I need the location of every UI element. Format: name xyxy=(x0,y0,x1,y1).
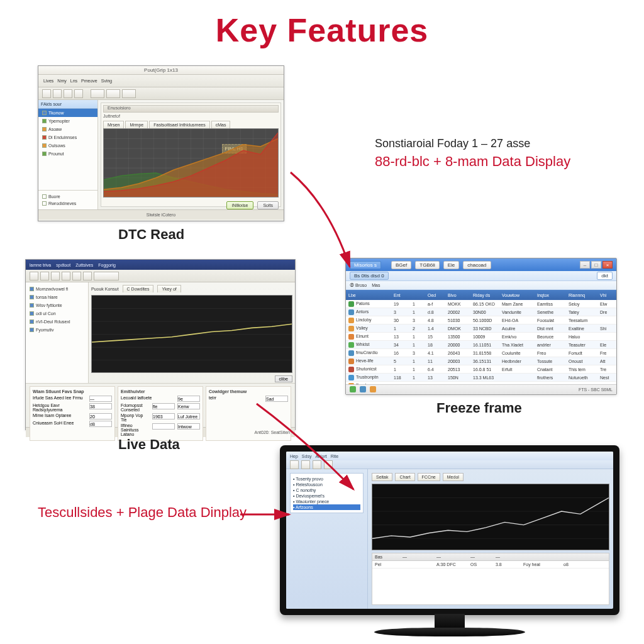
toolbar-icon[interactable] xyxy=(313,460,321,469)
menu-item[interactable]: Aniort xyxy=(315,454,326,458)
param-input[interactable] xyxy=(177,423,200,430)
param-input[interactable] xyxy=(152,423,175,430)
table-row[interactable]: Patons191a-fMOKK86.15 OKOMam ZaneEamtiss… xyxy=(346,300,616,308)
table-row[interactable]: Vsliey121.4DMOK33 NCBDAculireDist mntExa… xyxy=(346,325,616,333)
toolbar-icon[interactable] xyxy=(72,272,81,280)
freeze-title-tab[interactable]: BGef xyxy=(391,261,411,269)
tree-item[interactable]: Momzwdvowel fi xyxy=(26,285,88,293)
dtc-tab[interactable]: Mrmpe xyxy=(125,121,148,128)
dtc-tab[interactable]: Mrsen xyxy=(103,121,124,128)
toolbar-icon[interactable] xyxy=(324,460,333,469)
minimize-icon[interactable]: – xyxy=(580,261,590,269)
tree-item[interactable]: odi ul Con xyxy=(26,309,88,318)
toolbar-icon[interactable] xyxy=(94,272,119,280)
param-input[interactable] xyxy=(265,396,288,402)
tree-item[interactable]: Fyomutiv xyxy=(26,326,88,334)
toolbar-icon[interactable] xyxy=(83,272,92,280)
table-row[interactable]: fmuCrardio1634.12604331.81558CouluniteFr… xyxy=(346,349,616,357)
table-row[interactable]: Einunt131151350010009Emk/voBeoruceHaluoI… xyxy=(346,333,616,341)
toolbar-icon[interactable] xyxy=(74,89,83,98)
toolbar-icon[interactable] xyxy=(290,460,299,469)
close-icon[interactable]: × xyxy=(602,261,613,269)
live-chip[interactable]: Ykey of xyxy=(157,285,180,292)
menu-item[interactable]: lamne triva xyxy=(30,263,51,267)
menu-item[interactable]: Rite xyxy=(331,454,338,458)
freeze-sub-pill[interactable]: Bs 0tis disd 0 xyxy=(350,272,389,280)
menu-item[interactable]: Lns xyxy=(70,79,77,83)
sidebar-bottom-item[interactable]: Buore xyxy=(42,193,94,200)
table-row[interactable]: Shutonicst116.42051316.0.8 51ErfultCnata… xyxy=(346,365,616,374)
menu-item[interactable]: Sdsy xyxy=(302,454,312,458)
toolbar-icon[interactable] xyxy=(40,272,49,280)
menu-item[interactable]: Pmeove xyxy=(81,79,97,83)
screen-tab[interactable]: Medol xyxy=(443,473,464,481)
nav-item[interactable]: • Tosenty provo xyxy=(293,476,360,482)
dtc-tab[interactable]: Fastsoitisael Inthidusmees xyxy=(149,121,209,128)
table-row[interactable]: Whidst341182000016.11051Tha Xladetandrle… xyxy=(346,341,616,349)
nav-item[interactable]: • Waoionter pnece xyxy=(293,499,360,504)
tree-item[interactable]: Prounut xyxy=(38,150,97,158)
toolbar-icon[interactable] xyxy=(122,89,136,98)
table-row[interactable]: PelA:30 DFCOS3.8Foy healo8 xyxy=(372,561,609,569)
tree-item[interactable]: Asoaw xyxy=(38,125,97,133)
param-input[interactable] xyxy=(89,403,112,409)
tree-item[interactable]: Wisv fyttionte xyxy=(26,301,88,309)
toolbar-icon[interactable] xyxy=(62,272,70,280)
tree-item[interactable]: nVI-Deul Rdusexl xyxy=(26,318,88,326)
param-input[interactable] xyxy=(152,403,175,409)
toolbar-icon[interactable] xyxy=(30,272,38,280)
freeze-title-tab[interactable]: TGB6li xyxy=(415,261,439,269)
dtc-tab[interactable]: cMas xyxy=(211,121,231,128)
screen-tab[interactable]: Seitak xyxy=(372,473,392,481)
freeze-title-tab[interactable]: chacoad xyxy=(463,261,491,269)
screen-tab[interactable]: Chart xyxy=(395,473,414,481)
nav-item[interactable]: • Relesfouscon xyxy=(293,482,360,487)
nav-item[interactable]: • Arfzoons xyxy=(293,504,360,510)
tree-item[interactable]: tonsa hlare xyxy=(26,293,88,301)
param-input[interactable] xyxy=(89,396,112,402)
menu-item[interactable]: Sving xyxy=(101,79,113,83)
toolbar-icon[interactable] xyxy=(51,272,60,280)
tree-item[interactable]: Oulsows xyxy=(38,142,97,150)
param-input[interactable] xyxy=(177,413,200,419)
menu-item[interactable]: Foggorig xyxy=(98,263,116,267)
table-row[interactable]: Lindoby3034.85103050.1000DEHd-OAFoosulat… xyxy=(346,316,616,325)
maximize-icon[interactable]: □ xyxy=(591,261,601,269)
dtc-action-button[interactable]: iNllkxise xyxy=(226,201,254,209)
table-row[interactable]: Antors31d.82000230N00VanduniteSenetheTat… xyxy=(346,308,616,316)
param-input[interactable] xyxy=(89,421,112,427)
param-input[interactable] xyxy=(177,396,200,402)
menu-item[interactable]: spdtoot xyxy=(56,263,70,267)
toolbar-icon[interactable] xyxy=(301,460,310,469)
menu-item[interactable]: Zuttsives xyxy=(75,263,93,267)
toolbar-icon[interactable] xyxy=(53,89,62,98)
tree-item[interactable]: Di Enduinnses xyxy=(38,133,97,142)
table-row[interactable]: Heve-life51112000336.15131HedbnderTossut… xyxy=(346,357,616,365)
toolbar-icon[interactable] xyxy=(91,89,104,98)
nav-item[interactable]: • C nonothy xyxy=(293,487,360,493)
live-inline-button[interactable]: clibe xyxy=(275,375,292,382)
table-row[interactable]: Eamlowey16318790BhM.AATaxAdnisalEwomohdi… xyxy=(346,382,616,384)
screen-tab[interactable]: FCCne xyxy=(418,473,440,481)
sidebar-bottom-item[interactable]: Rwrodidneves xyxy=(42,200,94,207)
param-input[interactable] xyxy=(89,413,112,419)
toolbar-icon[interactable] xyxy=(106,89,120,98)
nav-item[interactable]: • Deviospemet's xyxy=(293,493,360,499)
param-input[interactable] xyxy=(177,403,200,409)
menu-item[interactable]: Lives xyxy=(43,79,53,83)
toolbar-icon[interactable] xyxy=(64,89,72,98)
freeze-title-chip[interactable]: Misorios s xyxy=(350,261,381,269)
param-input[interactable] xyxy=(152,413,175,419)
table-row[interactable]: Trustronptn118113150N13.3 ML63firothersN… xyxy=(346,374,616,382)
freeze-sub-input[interactable]: dkt xyxy=(597,272,613,280)
dtc-action-button[interactable]: Solts xyxy=(257,201,279,209)
live-chip[interactable]: C Dowdltes xyxy=(123,285,154,292)
monitor-bezel: Hep Sdsy Aniort Rite • Tosenty provo• Re… xyxy=(280,445,619,615)
menu-item[interactable]: Hep xyxy=(290,454,298,458)
toolbar-icon[interactable] xyxy=(42,89,51,98)
tree-item[interactable]: Tkonow xyxy=(38,109,97,117)
tree-item[interactable]: Ypemopter xyxy=(38,117,97,125)
menu-item[interactable]: Nmy xyxy=(57,79,66,83)
screen-main: Seitak Chart FCCne Medol Bas———— PelA:30… xyxy=(368,469,613,609)
freeze-title-tab[interactable]: Ele xyxy=(443,261,460,269)
